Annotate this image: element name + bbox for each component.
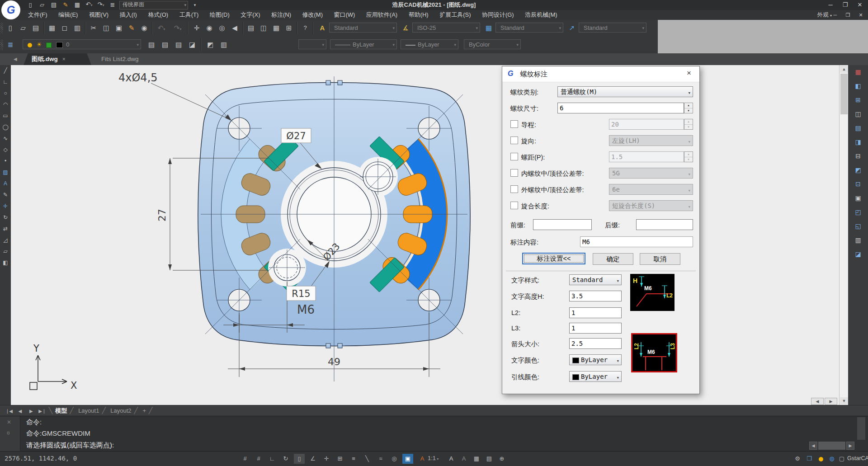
osnap-toggle-icon[interactable]: ✛: [321, 454, 332, 464]
cmd-vscroll[interactable]: [857, 417, 865, 440]
lead-input[interactable]: [609, 119, 684, 130]
leader-style-combo[interactable]: Standard▾: [579, 23, 646, 33]
grid-toggle-icon[interactable]: #: [253, 454, 264, 464]
clean-screen-icon[interactable]: ⊕: [496, 454, 507, 464]
save-icon[interactable]: ▤: [49, 0, 59, 9]
pan-icon[interactable]: ✛: [191, 22, 203, 34]
mech-tool-icon[interactable]: ◱: [848, 219, 868, 233]
open-file-icon[interactable]: ▱: [37, 0, 47, 9]
circle-tool-icon[interactable]: ○: [0, 88, 11, 99]
plot-icon[interactable]: ▥: [71, 22, 83, 34]
table-icon[interactable]: ⊞: [283, 22, 295, 34]
transparency-toggle-icon[interactable]: ≈: [375, 454, 386, 464]
spline-tool-icon[interactable]: ∿: [0, 133, 11, 144]
move-tool-icon[interactable]: ✛: [0, 201, 11, 212]
tips-bulb-icon[interactable]: [816, 454, 826, 464]
new-file-icon[interactable]: ▯: [5, 22, 16, 34]
menu-collab[interactable]: 协同设计(G): [477, 10, 519, 20]
annotation-visibility-icon[interactable]: A: [446, 454, 457, 464]
angle-toggle-icon[interactable]: ∠: [307, 454, 318, 464]
color-control-combo[interactable]: ▾: [298, 39, 326, 49]
next-layout-icon[interactable]: ▶: [27, 406, 36, 417]
layer-unisolate-icon[interactable]: ▤: [173, 38, 184, 51]
doc-close-button[interactable]: ✕: [855, 10, 866, 19]
scale-tool-icon[interactable]: ◿: [0, 235, 11, 246]
offset-tool-icon[interactable]: ◧: [0, 257, 11, 268]
workspace-switch-icon[interactable]: ▣: [402, 454, 413, 464]
selection-cycling-icon[interactable]: ◎: [389, 454, 400, 464]
isolate-objects-icon[interactable]: ▦: [471, 454, 482, 464]
lineweight-combo[interactable]: ByLayer▾: [401, 39, 458, 49]
external-tolerance-checkbox[interactable]: [510, 185, 518, 193]
vertical-scrollbar[interactable]: ▲ ▼: [839, 65, 849, 405]
print-icon[interactable]: ▦: [46, 22, 58, 34]
menu-view[interactable]: 视图(V): [85, 10, 113, 20]
leader-color-combo[interactable]: ByLayer▾: [569, 371, 622, 382]
mech-tool-icon[interactable]: ◨: [848, 135, 868, 149]
dialog-title-bar[interactable]: G 螺纹标注 ×: [502, 66, 699, 82]
menu-apps[interactable]: 应用软件(A): [362, 10, 402, 20]
hscroll-left-button[interactable]: ◀: [811, 398, 824, 405]
layer-walk-icon[interactable]: ▥: [218, 38, 230, 51]
save-as-icon[interactable]: ✎: [61, 0, 71, 9]
table-style-combo[interactable]: Standard▾: [495, 23, 563, 33]
minimize-button[interactable]: ─: [824, 0, 837, 9]
annotation-scale-value[interactable]: 1:1 ▾: [428, 455, 439, 461]
toolbar-grip[interactable]: [0, 23, 3, 33]
text-height-input[interactable]: [569, 291, 622, 301]
pitch-checkbox[interactable]: [510, 153, 518, 160]
zoom-previous-icon[interactable]: ◀: [229, 22, 241, 34]
direction-combo[interactable]: 左旋(LH)▾: [609, 135, 693, 146]
menu-express[interactable]: 扩展工具(S): [435, 10, 475, 20]
toolbar-grip[interactable]: [0, 39, 3, 50]
tab-model[interactable]: 模型: [52, 405, 70, 416]
rectangle-tool-icon[interactable]: ▭: [0, 110, 11, 122]
lead-spinner[interactable]: ▲▼: [684, 119, 693, 130]
edit-tool-icon[interactable]: ✎: [0, 189, 11, 201]
layer-isolate-icon[interactable]: ▤: [159, 38, 171, 51]
print-preview-icon[interactable]: ◻: [59, 22, 71, 34]
erase-tool-icon[interactable]: ▱: [0, 246, 11, 257]
annotation-autoscale-icon[interactable]: A: [458, 454, 469, 464]
drawing-canvas[interactable]: 4xØ4,5 Ø27 Ø23 27 49 R15 M6 Y X: [11, 65, 839, 405]
paste-icon[interactable]: ▣: [113, 22, 125, 34]
cut-icon[interactable]: ✂: [88, 22, 99, 34]
cmd-scroll-left-icon[interactable]: ◀: [809, 442, 817, 450]
mech-tool-icon[interactable]: ▥: [848, 233, 868, 247]
point-tool-icon[interactable]: •: [0, 155, 11, 167]
layers-stack-icon[interactable]: ≣: [108, 0, 118, 9]
settings-gear-icon[interactable]: ⚙: [792, 454, 803, 464]
menu-tools[interactable]: 工具(T): [175, 10, 203, 20]
layer-states-icon[interactable]: ▤: [146, 38, 157, 51]
internal-tolerance-combo[interactable]: 5G▾: [609, 168, 693, 179]
ortho-toggle-icon[interactable]: ∟: [267, 454, 278, 464]
polar-toggle-icon[interactable]: ↻: [280, 454, 291, 464]
tab-add-layout[interactable]: +: [140, 405, 149, 416]
text-style-icon[interactable]: A: [316, 22, 328, 34]
doc-minimize-button[interactable]: ─: [830, 10, 840, 19]
tab-document-2[interactable]: Fits List2.dwg: [93, 53, 147, 65]
cmd-scroll-thumb[interactable]: [818, 442, 845, 450]
workspace-combo[interactable]: 传统界面▾: [119, 1, 188, 9]
direction-checkbox[interactable]: [510, 137, 518, 144]
content-input[interactable]: [580, 236, 693, 247]
menu-text[interactable]: 文字(X): [236, 10, 264, 20]
table-style-icon[interactable]: ▦: [483, 22, 495, 34]
mech-tool-icon[interactable]: ▣: [848, 191, 868, 205]
mech-tool-icon[interactable]: ⊟: [848, 149, 868, 163]
rotate-tool-icon[interactable]: ↻: [0, 212, 11, 223]
text-style-combo[interactable]: Standard▾: [569, 274, 622, 285]
menu-window[interactable]: 窗口(W): [329, 10, 359, 20]
search-icon[interactable]: ◍: [826, 454, 837, 464]
scroll-down-icon[interactable]: ▼: [840, 397, 848, 405]
tab-scroll-left-icon[interactable]: ◀: [14, 53, 17, 65]
mech-standard-parts-icon[interactable]: ▦: [848, 65, 868, 79]
design-center-icon[interactable]: ◫: [258, 22, 269, 34]
last-layout-icon[interactable]: ▶❘: [38, 406, 47, 417]
copy-icon[interactable]: ◫: [100, 22, 112, 34]
dynamic-input-toggle-icon[interactable]: ▯: [294, 454, 305, 464]
line-tool-icon[interactable]: ╱: [0, 65, 11, 76]
ellipse-tool-icon[interactable]: ◯: [0, 122, 11, 133]
mech-tool-icon[interactable]: ◰: [848, 205, 868, 219]
thread-type-combo[interactable]: 普通螺纹(M)▾: [557, 86, 693, 97]
